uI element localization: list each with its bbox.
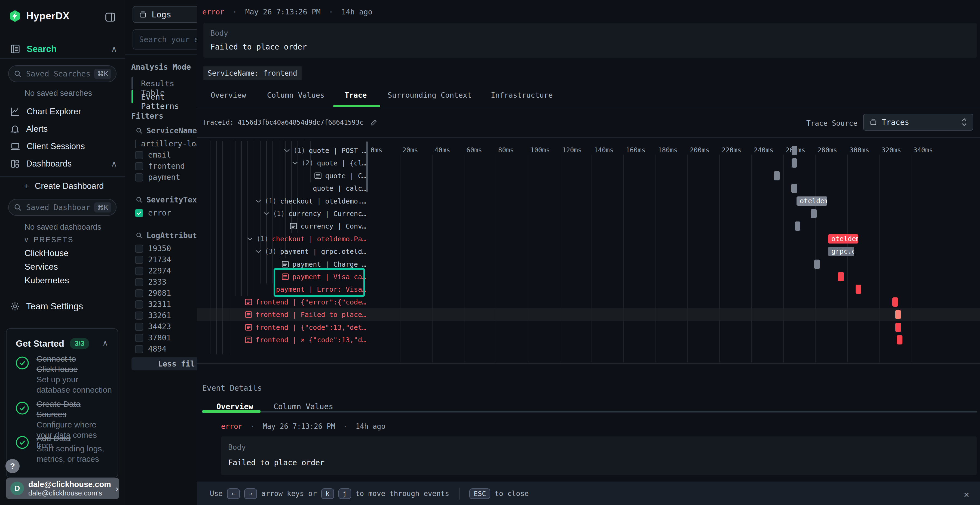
sidebar-item-client-sessions[interactable]: Client Sessions (10, 139, 85, 154)
esc-key[interactable]: ESC (469, 488, 490, 499)
checkbox[interactable] (135, 345, 143, 353)
trace-span-row[interactable]: currency | Conv… (290, 220, 366, 232)
checkbox[interactable] (135, 151, 143, 159)
chevron-up-icon[interactable]: ∧ (111, 159, 117, 168)
span-duration-bar[interactable] (856, 284, 861, 294)
chevron-up-icon[interactable]: ∧ (111, 44, 117, 54)
get-started-item[interactable]: Connect to ClickHouse Set up your databa… (15, 354, 113, 395)
trace-span-row[interactable]: frontend | {"error":{"code… (245, 296, 366, 308)
tab-trace[interactable]: Trace (345, 91, 367, 99)
filter-item[interactable]: 22974 (135, 265, 197, 276)
trace-span-row[interactable]: payment | Visa ca… (282, 270, 366, 283)
span-duration-bar[interactable] (895, 323, 901, 332)
create-dashboard-button[interactable]: + Create Dashboard (24, 181, 104, 191)
filter-group-header[interactable]: ServiceName (135, 125, 197, 137)
trace-span-row[interactable]: frontend | Failed to place… (245, 308, 366, 321)
filter-item[interactable]: 34423 (135, 321, 197, 332)
checkbox[interactable] (135, 140, 136, 148)
expand-chevron-icon[interactable] (264, 212, 269, 216)
checkbox[interactable] (135, 300, 143, 308)
saved-dashboards-field[interactable] (25, 203, 91, 212)
span-duration-bar[interactable] (774, 171, 780, 180)
trace-span-row[interactable]: (1)currency | Currenc… (264, 207, 366, 220)
span-duration-bar[interactable] (811, 209, 817, 218)
trace-span-row[interactable]: (3)payment | grpc.oteld… (255, 245, 366, 258)
j-key[interactable]: j (338, 488, 351, 499)
tab-overview[interactable]: Overview (211, 91, 246, 99)
checkbox[interactable] (135, 311, 143, 320)
filter-group-header[interactable]: LogAttributes (135, 229, 197, 241)
sidebar-item-clickhouse[interactable]: ClickHouse (24, 248, 68, 258)
filter-group-header[interactable]: SeverityText (135, 194, 197, 206)
trace-span-row[interactable]: frontend | {"code":13,"det… (245, 321, 366, 333)
source-select-button[interactable]: Logs (132, 6, 197, 23)
span-duration-bar[interactable]: grpc.o (828, 247, 854, 256)
span-duration-bar[interactable]: oteldemo (828, 234, 858, 243)
filter-item[interactable]: 37801 (135, 332, 197, 343)
trace-source-select[interactable]: Traces (863, 114, 973, 130)
filter-item[interactable]: payment (135, 172, 197, 183)
checkbox[interactable] (135, 278, 143, 286)
checkbox[interactable] (135, 323, 143, 331)
trace-span-row[interactable]: payment | Charge … (282, 258, 366, 270)
tree-scrollbar[interactable] (366, 141, 368, 192)
sidebar-item-services[interactable]: Services (24, 262, 58, 272)
checkbox[interactable] (135, 245, 143, 253)
sidebar-item-search[interactable]: Search (10, 41, 57, 57)
sidebar-item-alerts[interactable]: Alerts (10, 121, 48, 137)
span-duration-bar[interactable] (897, 335, 902, 345)
right-arrow-key[interactable]: → (244, 488, 257, 499)
event-search-field[interactable] (138, 35, 197, 44)
span-duration-bar[interactable] (814, 260, 820, 269)
trace-span-row[interactable]: quote | C… (314, 170, 366, 182)
filter-item[interactable]: error (135, 207, 197, 219)
left-arrow-key[interactable]: ← (227, 488, 240, 499)
tab-infrastructure[interactable]: Infrastructure (491, 91, 553, 99)
span-duration-bar[interactable]: oteldemo (797, 197, 827, 206)
service-name-chip[interactable]: ServiceName: frontend (204, 67, 302, 80)
less-filters-button[interactable]: Less fil (132, 357, 197, 370)
filter-item[interactable]: 32311 (135, 299, 197, 310)
trace-span-row[interactable]: (1)checkout | oteldemo.… (255, 195, 366, 207)
saved-searches-input[interactable]: ⌘K (8, 65, 116, 82)
trace-span-row[interactable]: (1)checkout | oteldemo.Pa… (247, 233, 366, 245)
span-duration-bar[interactable] (838, 272, 844, 281)
filter-item[interactable]: 21734 (135, 254, 197, 265)
edit-pencil-icon[interactable] (370, 119, 377, 126)
filter-item[interactable]: 29081 (135, 287, 197, 299)
trace-span-row[interactable]: payment | Error: Visa… (276, 283, 366, 295)
collapse-sidebar-icon[interactable] (105, 13, 115, 22)
expand-chevron-icon[interactable] (255, 249, 261, 253)
span-duration-bar[interactable] (792, 146, 797, 155)
event-details-tab-overview[interactable]: Overview (216, 402, 253, 411)
logo[interactable]: HyperDX (9, 10, 70, 22)
checkbox[interactable] (135, 209, 143, 217)
expand-chevron-icon[interactable] (292, 161, 298, 165)
filter-item[interactable]: 4894 (135, 343, 197, 354)
filter-item[interactable]: email (135, 149, 197, 160)
expand-chevron-icon[interactable] (247, 237, 253, 241)
k-key[interactable]: k (321, 488, 334, 499)
checkbox[interactable] (135, 289, 143, 297)
span-duration-bar[interactable] (892, 297, 898, 306)
tab-column-values[interactable]: Column Values (267, 91, 325, 99)
filter-item[interactable]: artillery-loa (135, 138, 197, 149)
sidebar-item-chart-explorer[interactable]: Chart Explorer (10, 104, 81, 119)
user-menu[interactable]: D dale@clickhouse.com dale@clickhouse.co… (6, 478, 119, 499)
trace-span-row[interactable]: (1)quote | POST … (284, 144, 366, 157)
chevron-up-icon[interactable]: ∧ (102, 338, 108, 348)
expand-chevron-icon[interactable] (255, 199, 261, 203)
checkbox[interactable] (135, 267, 143, 275)
filter-item[interactable]: 33261 (135, 310, 197, 321)
close-icon[interactable]: ✕ (964, 489, 969, 500)
span-duration-bar[interactable] (795, 221, 800, 231)
event-search-box[interactable] (132, 29, 197, 49)
trace-span-row[interactable]: (2)quote | {cl… (292, 157, 366, 169)
sidebar-item-team-settings[interactable]: Team Settings (10, 299, 83, 314)
event-details-tab-column-values[interactable]: Column Values (274, 402, 333, 411)
saved-searches-field[interactable] (25, 69, 91, 79)
checkbox[interactable] (135, 173, 143, 181)
span-duration-bar[interactable] (895, 310, 901, 319)
mode-event-patterns[interactable]: Event Patterns (141, 92, 197, 111)
sidebar-item-kubernetes[interactable]: Kubernetes (24, 275, 69, 286)
